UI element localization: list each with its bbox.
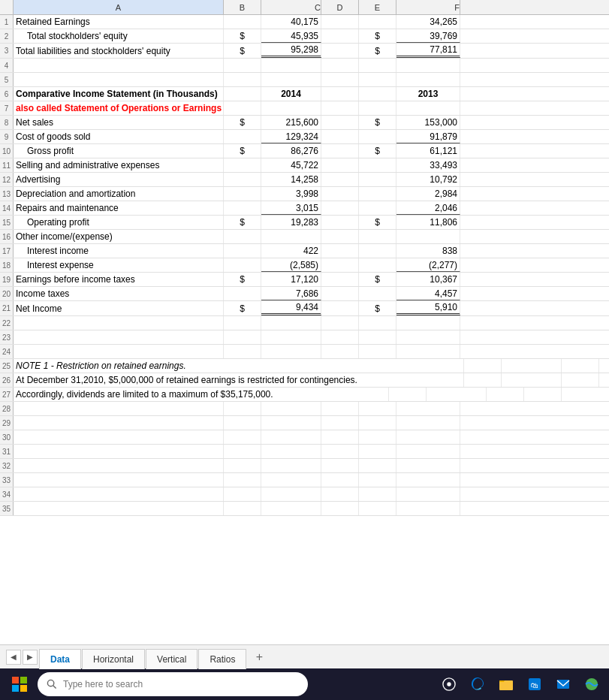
cell-b3[interactable]: $	[224, 44, 261, 58]
cell-a20[interactable]: Income taxes	[14, 287, 224, 300]
cell-c9[interactable]: 129,324	[261, 130, 321, 143]
cell-a11[interactable]: Selling and administrative expenses	[14, 158, 224, 172]
row-num-header	[0, 0, 14, 14]
col-header-b[interactable]: B	[224, 0, 261, 14]
cell-f12[interactable]: 10,792	[396, 173, 460, 186]
cell-a21[interactable]: Net Income	[14, 301, 224, 315]
cell-a15[interactable]: Operating profit	[14, 216, 224, 229]
cell-f15[interactable]: 11,806	[396, 216, 460, 229]
cell-a10[interactable]: Gross profit	[14, 144, 224, 158]
cell-a19[interactable]: Earnings before income taxes	[14, 273, 224, 286]
cell-b21[interactable]: $	[224, 301, 261, 315]
cell-a3[interactable]: Total liabilities and stockholders' equi…	[14, 44, 224, 58]
cell-f3[interactable]: 77,811	[396, 44, 460, 58]
cell-c10[interactable]: 86,276	[261, 144, 321, 158]
cell-c1[interactable]: 40,175	[261, 15, 321, 29]
cell-e8[interactable]: $	[359, 116, 396, 129]
file-explorer-icon[interactable]	[495, 673, 517, 695]
col-header-c[interactable]: C	[261, 0, 321, 14]
cell-f11[interactable]: 33,493	[396, 158, 460, 172]
cell-c13[interactable]: 3,998	[261, 187, 321, 201]
cell-a25[interactable]: NOTE 1 - Restriction on retained earning…	[14, 359, 464, 373]
cell-f19[interactable]: 10,367	[396, 273, 460, 286]
cell-a18[interactable]: Interest expense	[14, 258, 224, 272]
cell-c15[interactable]: 19,283	[261, 216, 321, 229]
tab-data[interactable]: Data	[39, 649, 81, 669]
cell-f21[interactable]: 5,910	[396, 301, 460, 315]
cell-c12[interactable]: 14,258	[261, 173, 321, 186]
cell-f13[interactable]: 2,984	[396, 187, 460, 201]
cell-c6[interactable]: 2014	[261, 87, 321, 101]
cell-e1[interactable]	[359, 15, 396, 29]
tab-nav-left[interactable]: ◀	[6, 650, 21, 665]
cell-a9[interactable]: Cost of goods sold	[14, 130, 224, 143]
cell-a7[interactable]: also called Statement of Operations or E…	[14, 101, 224, 115]
col-header-d[interactable]: D	[321, 0, 359, 14]
taskbar-search-bar[interactable]	[38, 672, 308, 696]
cell-a13[interactable]: Depreciation and amortization	[14, 187, 224, 201]
cell-c20[interactable]: 7,686	[261, 287, 321, 300]
table-row: 19 Earnings before income taxes $ 17,120…	[0, 273, 609, 287]
cell-f14[interactable]: 2,046	[396, 201, 460, 215]
cell-c14[interactable]: 3,015	[261, 201, 321, 215]
cell-a1[interactable]: Retained Earnings	[14, 15, 224, 29]
cell-c2[interactable]: 45,935	[261, 29, 321, 43]
col-header-f[interactable]: F	[396, 0, 460, 14]
cell-a2[interactable]: Total stockholders' equity	[14, 29, 224, 43]
tab-ratios[interactable]: Ratios	[198, 649, 246, 669]
cell-c11[interactable]: 45,722	[261, 158, 321, 172]
cell-a12[interactable]: Advertising	[14, 173, 224, 186]
windows-start-button[interactable]	[6, 671, 33, 698]
cell-e3[interactable]: $	[359, 44, 396, 58]
col-header-a[interactable]: A	[14, 0, 224, 14]
cell-f2[interactable]: 39,769	[396, 29, 460, 43]
weather-icon[interactable]	[580, 673, 603, 695]
cell-a8[interactable]: Net sales	[14, 116, 224, 129]
tab-horizontal[interactable]: Horizontal	[82, 649, 145, 669]
edge-browser-icon[interactable]	[466, 673, 489, 695]
col-header-e[interactable]: E	[359, 0, 396, 14]
cell-e2[interactable]: $	[359, 29, 396, 43]
cell-f18[interactable]: (2,277)	[396, 258, 460, 272]
cell-d2[interactable]	[321, 29, 359, 43]
cell-c21[interactable]: 9,434	[261, 301, 321, 315]
tab-nav-right[interactable]: ▶	[23, 650, 38, 665]
cell-a27[interactable]: Accordingly, dividends are limited to a …	[14, 388, 389, 401]
cell-d1[interactable]	[321, 15, 359, 29]
cell-a17[interactable]: Interest income	[14, 244, 224, 258]
mail-icon[interactable]	[552, 673, 574, 695]
cell-c19[interactable]: 17,120	[261, 273, 321, 286]
cell-a14[interactable]: Repairs and maintenance	[14, 201, 224, 215]
svg-point-7	[447, 682, 451, 686]
tab-vertical[interactable]: Vertical	[146, 649, 197, 669]
cell-b2[interactable]: $	[224, 29, 261, 43]
cell-e21[interactable]: $	[359, 301, 396, 315]
cell-c17[interactable]: 422	[261, 244, 321, 258]
search-input[interactable]	[63, 679, 299, 689]
cell-b15[interactable]: $	[224, 216, 261, 229]
cell-b8[interactable]: $	[224, 116, 261, 129]
cell-f10[interactable]: 61,121	[396, 144, 460, 158]
tab-add-button[interactable]: +	[250, 648, 268, 666]
cell-f9[interactable]: 91,879	[396, 130, 460, 143]
cell-b1[interactable]	[224, 15, 261, 29]
cell-f20[interactable]: 4,457	[396, 287, 460, 300]
cell-c18[interactable]: (2,585)	[261, 258, 321, 272]
store-icon[interactable]: 🛍	[523, 673, 546, 695]
cell-a26[interactable]: At December 31,2010, $5,000,000 of retai…	[14, 373, 464, 387]
cell-e15[interactable]: $	[359, 216, 396, 229]
cell-f1[interactable]: 34,265	[396, 15, 460, 29]
cell-c3[interactable]: 95,298	[261, 44, 321, 58]
task-view-icon[interactable]	[438, 673, 460, 695]
cell-a6[interactable]: Comparative Income Statement (in Thousan…	[14, 87, 224, 101]
cell-b10[interactable]: $	[224, 144, 261, 158]
cell-e10[interactable]: $	[359, 144, 396, 158]
cell-f17[interactable]: 838	[396, 244, 460, 258]
cell-c8[interactable]: 215,600	[261, 116, 321, 129]
cell-b19[interactable]: $	[224, 273, 261, 286]
cell-a16[interactable]: Other income/(expense)	[14, 230, 224, 243]
cell-e19[interactable]: $	[359, 273, 396, 286]
cell-d3[interactable]	[321, 44, 359, 58]
cell-f8[interactable]: 153,000	[396, 116, 460, 129]
cell-f6[interactable]: 2013	[396, 87, 460, 101]
